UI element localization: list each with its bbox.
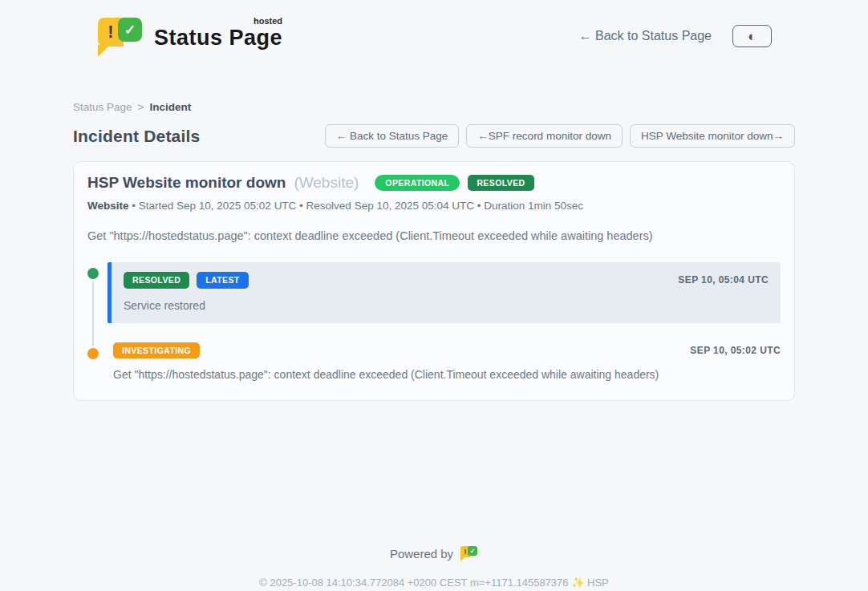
header: ! ✓ Status Page hosted ← Back to Status … bbox=[0, 0, 868, 61]
incident-timeline: RESOLVED LATEST SEP 10, 05:04 UTC Servic… bbox=[87, 262, 781, 381]
incident-description: Get "https://hostedstatus.page": context… bbox=[87, 229, 781, 242]
timeline-item-investigating: INVESTIGATING SEP 10, 05:02 UTC Get "htt… bbox=[87, 342, 781, 382]
incident-card: HSP Website monitor down (Website) OPERA… bbox=[73, 161, 795, 401]
incident-title: HSP Website monitor down bbox=[87, 174, 286, 192]
logo-text: Status Page bbox=[154, 26, 282, 50]
operational-status-badge: OPERATIONAL bbox=[375, 175, 460, 192]
logo: ! ✓ Status Page hosted bbox=[98, 16, 282, 56]
status-page-mini-logo-icon[interactable]: ! ✓ bbox=[460, 545, 478, 562]
timeline-dot-investigating bbox=[87, 348, 99, 359]
timeline-dot-resolved bbox=[87, 268, 99, 279]
timeline-message: Get "https://hostedstatus.page": context… bbox=[113, 368, 781, 381]
timeline-item-resolved: RESOLVED LATEST SEP 10, 05:04 UTC Servic… bbox=[87, 262, 781, 323]
timeline-investigating-badge: INVESTIGATING bbox=[113, 342, 200, 359]
timeline-entry-investigating: INVESTIGATING SEP 10, 05:02 UTC Get "htt… bbox=[107, 342, 781, 382]
footer: Powered by ! ✓ © 2025-10-08 14:10:34.772… bbox=[0, 545, 868, 589]
timeline-timestamp: SEP 10, 05:04 UTC bbox=[678, 274, 769, 285]
timeline-resolved-badge: RESOLVED bbox=[124, 272, 189, 289]
header-right: ← Back to Status Page ◐ bbox=[579, 25, 772, 47]
logo-hosted-label: hosted bbox=[254, 16, 282, 26]
timeline-latest-badge: LATEST bbox=[197, 272, 248, 289]
incident-meta: Website • Started Sep 10, 2025 05:02 UTC… bbox=[87, 200, 781, 212]
contrast-icon: ◐ bbox=[748, 30, 756, 43]
main-content: Status Page>Incident Incident Details ← … bbox=[73, 101, 795, 401]
resolved-status-badge: RESOLVED bbox=[468, 175, 533, 192]
theme-toggle-button[interactable]: ◐ bbox=[732, 25, 772, 47]
incident-nav-buttons: ← Back to Status Page ←SPF record monito… bbox=[325, 124, 795, 148]
prev-incident-button[interactable]: ←SPF record monitor down bbox=[466, 124, 623, 148]
breadcrumb-incident: Incident bbox=[149, 101, 191, 113]
copyright-text: © 2025-10-08 14:10:34.772084 +0200 CEST … bbox=[0, 577, 868, 589]
incident-title-row: HSP Website monitor down (Website) OPERA… bbox=[87, 174, 781, 192]
logo-check-bubble: ✓ bbox=[118, 18, 142, 42]
logo-text-wrap: Status Page hosted bbox=[154, 16, 282, 51]
breadcrumb-separator: > bbox=[138, 101, 144, 113]
timeline-entry-latest: RESOLVED LATEST SEP 10, 05:04 UTC Servic… bbox=[107, 262, 781, 323]
logo-bubble-tail bbox=[98, 45, 110, 57]
incident-meta-details: • Started Sep 10, 2025 05:02 UTC • Resol… bbox=[129, 200, 584, 212]
breadcrumb-status-page[interactable]: Status Page bbox=[73, 101, 132, 113]
status-page-logo-icon: ! ✓ bbox=[98, 16, 143, 56]
timeline-message: Service restored bbox=[124, 299, 769, 312]
powered-by: Powered by ! ✓ bbox=[0, 545, 868, 562]
incident-scope: (Website) bbox=[294, 174, 359, 192]
breadcrumb: Status Page>Incident bbox=[73, 101, 795, 113]
incident-service-name: Website bbox=[87, 200, 129, 212]
page-title: Incident Details bbox=[73, 127, 200, 146]
title-row: Incident Details ← Back to Status Page ←… bbox=[73, 124, 795, 148]
header-back-to-status-link[interactable]: ← Back to Status Page bbox=[579, 29, 712, 43]
timeline-connector-line bbox=[92, 281, 94, 350]
next-incident-button[interactable]: HSP Website monitor down→ bbox=[630, 124, 795, 148]
timeline-timestamp: SEP 10, 05:02 UTC bbox=[690, 345, 781, 356]
back-to-status-page-button[interactable]: ← Back to Status Page bbox=[325, 124, 460, 148]
powered-by-label: Powered by bbox=[390, 547, 453, 561]
